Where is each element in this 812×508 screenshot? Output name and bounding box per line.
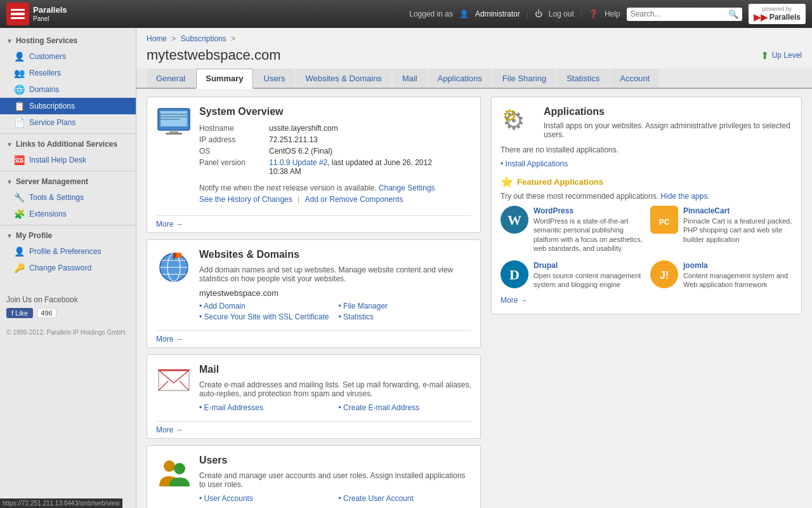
facebook-like-button[interactable]: f Like xyxy=(6,308,33,318)
create-user-link[interactable]: Create User Account xyxy=(343,494,414,503)
change-settings-link[interactable]: Change Settings xyxy=(379,184,435,192)
joomla-info: joomla Content management system and Web… xyxy=(683,260,792,290)
history-links: See the History of Changes | Add or Remo… xyxy=(199,195,471,204)
tab-users[interactable]: Users xyxy=(254,69,295,88)
svg-rect-15 xyxy=(159,370,189,391)
sidebar-item-resellers[interactable]: 👥 Resellers xyxy=(0,65,136,81)
like-label: Like xyxy=(15,309,28,317)
logout-link[interactable]: Log out xyxy=(549,10,574,18)
websites-domains-icon xyxy=(156,249,192,284)
install-applications-link[interactable]: Install Applications xyxy=(506,159,568,168)
help-desk-label: Install Help Desk xyxy=(29,156,86,164)
breadcrumb-home[interactable]: Home xyxy=(147,34,167,43)
tab-general[interactable]: General xyxy=(147,69,195,88)
hide-apps-link[interactable]: Hide the apps. xyxy=(660,192,709,201)
list-item: File Manager xyxy=(339,302,472,311)
resellers-label: Resellers xyxy=(29,69,61,77)
table-row: Hostname ussite.layershift.com xyxy=(199,123,437,134)
apps-more-link[interactable]: More → xyxy=(501,296,528,305)
sidebar-section-server: ▼ Server Management 🔧 Tools & Settings 🧩… xyxy=(0,174,136,222)
help-link[interactable]: Help xyxy=(605,10,620,18)
add-remove-link[interactable]: Add or Remove Components xyxy=(305,195,403,204)
pinnaclecart-icon: PC xyxy=(650,206,678,234)
user-accounts-link[interactable]: User Accounts xyxy=(204,494,253,503)
users-body: Users Create and manage user accounts an… xyxy=(199,455,471,503)
facebook-like-row: f Like 496 xyxy=(6,308,129,318)
tab-summary[interactable]: Summary xyxy=(196,69,252,89)
sidebar-item-extensions[interactable]: 🧩 Extensions xyxy=(0,206,136,222)
ip-label: IP address xyxy=(199,134,269,145)
pinnaclecart-name-link[interactable]: PinnacleCart xyxy=(683,206,730,215)
sidebar-item-service-plans[interactable]: 📄 Service Plans xyxy=(0,114,136,131)
hostname-label: Hostname xyxy=(199,123,269,134)
joomla-name-link[interactable]: joomla xyxy=(683,261,708,270)
sidebar-item-profile-prefs[interactable]: 👤 Profile & Preferences xyxy=(0,243,136,260)
change-password-label: Change Password xyxy=(29,264,91,272)
system-overview-panel: System Overview Hostname ussite.layershi… xyxy=(147,97,481,233)
svg-rect-5 xyxy=(169,130,178,133)
sidebar-item-tools-settings[interactable]: 🔧 Tools & Settings xyxy=(0,189,136,206)
collapse-profile-icon: ▼ xyxy=(6,232,13,239)
fb-icon: f xyxy=(11,309,13,317)
sidebar-item-customers[interactable]: 👤 Customers xyxy=(0,48,136,65)
svg-text:W: W xyxy=(508,212,521,228)
tab-account[interactable]: Account xyxy=(610,69,659,88)
panel-version-link[interactable]: 11.0.9 Update #2 xyxy=(269,158,327,167)
sidebar-item-help-desk[interactable]: 🆘 Install Help Desk xyxy=(0,152,136,168)
tab-websites-domains[interactable]: Websites & Domains xyxy=(296,69,391,88)
search-input[interactable] xyxy=(631,10,726,18)
create-email-link[interactable]: Create E-mail Address xyxy=(343,403,419,412)
sidebar-section-profile-header[interactable]: ▼ My Profile xyxy=(0,228,136,243)
up-level-button[interactable]: ⬆ Up Level xyxy=(761,50,802,62)
sidebar-section-server-header[interactable]: ▼ Server Management xyxy=(0,174,136,189)
wordpress-name-link[interactable]: WordPress xyxy=(534,206,573,215)
hostname-value: ussite.layershift.com xyxy=(269,123,437,134)
sidebar-item-domains[interactable]: 🌐 Domains xyxy=(0,81,136,98)
tab-statistics[interactable]: Statistics xyxy=(557,69,609,88)
add-domain-link[interactable]: Add Domain xyxy=(204,302,246,311)
ssl-link[interactable]: Secure Your Site with SSL Certificate xyxy=(204,312,329,321)
breadcrumb-subscriptions[interactable]: Subscriptions xyxy=(181,34,226,43)
star-icon: ⭐ xyxy=(501,176,513,188)
service-plans-label: Service Plans xyxy=(29,118,75,127)
email-addresses-link[interactable]: E-mail Addresses xyxy=(204,403,263,412)
mail-more-link[interactable]: More → xyxy=(156,425,183,434)
drupal-icon: D xyxy=(501,260,528,288)
sidebar-item-change-password[interactable]: 🔑 Change Password xyxy=(0,260,136,276)
sysinfo-table: Hostname ussite.layershift.com IP addres… xyxy=(199,123,437,177)
sidebar-section-hosting-header[interactable]: ▼ Hosting Services xyxy=(0,33,136,48)
breadcrumb: Home > Subscriptions > xyxy=(136,28,812,46)
file-manager-link[interactable]: File Manager xyxy=(343,302,388,311)
list-item: E-mail Addresses xyxy=(199,403,332,412)
help-icon: ❓ xyxy=(589,10,598,18)
statistics-link[interactable]: Statistics xyxy=(343,312,374,321)
tab-file-sharing[interactable]: File Sharing xyxy=(493,69,556,88)
tab-mail[interactable]: Mail xyxy=(393,69,427,88)
no-apps-note: There are no installed applications. xyxy=(501,145,792,154)
websites-more-link[interactable]: More → xyxy=(156,335,183,344)
drupal-name-link[interactable]: Drupal xyxy=(534,261,558,270)
panel-version-label: Panel version xyxy=(199,157,269,177)
page-title: mytestwebspace.com xyxy=(147,47,281,64)
system-overview-more-link[interactable]: More → xyxy=(156,220,183,229)
search-icon[interactable]: 🔍 xyxy=(728,10,738,19)
featured-title: Featured Applications xyxy=(517,177,603,187)
applications-header: ⚙ ⚙ Applications Install apps on your we… xyxy=(501,106,792,139)
gear-small-icon: ⚙ xyxy=(502,106,517,125)
resellers-icon: 👥 xyxy=(14,68,25,78)
sidebar-item-subscriptions[interactable]: 📋 Subscriptions xyxy=(0,98,136,114)
websites-domains-body: Websites & Domains Add domain names and … xyxy=(199,249,471,321)
sidebar-section-links-header[interactable]: ▼ Links to Additional Services xyxy=(0,137,136,152)
tab-applications[interactable]: Applications xyxy=(428,69,492,88)
extensions-icon: 🧩 xyxy=(14,209,25,219)
parallels-brand-name: Parallels xyxy=(769,13,801,22)
logged-in-label: Logged in as xyxy=(409,10,453,18)
sidebar-divider-2 xyxy=(0,171,136,171)
history-link[interactable]: See the History of Changes xyxy=(199,195,292,204)
server-mgmt-label: Server Management xyxy=(16,177,88,186)
system-overview-more: More → xyxy=(147,216,480,232)
subscriptions-label: Subscriptions xyxy=(29,102,75,110)
extensions-label: Extensions xyxy=(29,210,67,218)
apps-more: More → xyxy=(501,296,792,305)
sidebar-divider-1 xyxy=(0,133,136,134)
